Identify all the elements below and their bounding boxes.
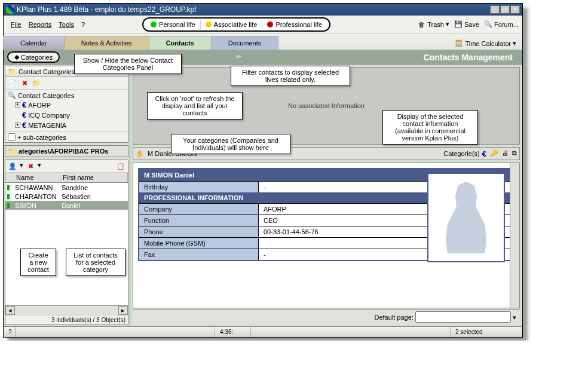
page-title: Contacts Management (424, 53, 519, 62)
contact-photo (427, 173, 505, 262)
app-window: KPlan Plus 1.489 Bêta - emploi du temps2… (3, 3, 523, 338)
label-birthday: Birthday (139, 182, 259, 192)
scroll-right-button[interactable]: ▸ (118, 306, 128, 315)
horizontal-scrollbar[interactable]: ◂ ▸ (5, 305, 128, 315)
print-icon[interactable]: 🖨 (502, 149, 509, 158)
hand-icon[interactable]: ✋ (136, 150, 145, 158)
person-icon: ▮ (7, 192, 14, 200)
label-company: Company (139, 204, 259, 215)
callout-categories: Your categories (Companies and Individua… (171, 134, 290, 154)
body-area: 📁 Contact Categories 📄 ✖ 📁 🔍 Contact Cat… (4, 65, 522, 326)
key-icon[interactable]: 🔑 (490, 149, 498, 158)
menu-file[interactable]: File (7, 20, 25, 29)
search-icon: 🔍 (8, 91, 16, 99)
euro-icon: € (22, 111, 26, 120)
help-button[interactable]: ? (4, 327, 16, 337)
menu-help[interactable]: ? (78, 20, 88, 29)
menubar: File Reports Tools ? Personal life Assoc… (4, 16, 522, 33)
col-name[interactable]: Name (14, 173, 60, 182)
green-dot-icon (151, 22, 157, 27)
tab-contacts[interactable]: Contacts (149, 36, 212, 50)
default-page-input[interactable] (415, 311, 511, 323)
callout-contact-info: Display of the selected contact informat… (382, 110, 478, 145)
callout-categories-toggle: Show / Hide the below Contact Categories… (74, 54, 182, 74)
contacts-list-panel: 👤 ▾ ✖ ▾ 📋 Name First name ▮ SCHAWANN (5, 160, 128, 325)
delete-category-button[interactable]: ✖ (20, 78, 29, 88)
list-row[interactable]: ▮ SCHAWANN Sandrine (5, 183, 128, 192)
list-body: ▮ SCHAWANN Sandrine ▮ CHARANTON Sébastie… (5, 183, 128, 305)
vertical-scrollbar[interactable] (510, 163, 519, 308)
minimize-button[interactable]: _ (490, 5, 500, 14)
categories-panel: 📁 Contact Categories 📄 ✖ 📁 🔍 Contact Cat… (5, 66, 128, 143)
tree-item-metagenia[interactable]: + € METAGENIA (8, 120, 125, 130)
euro-icon: € (22, 100, 26, 109)
window-title: KPlan Plus 1.489 Bêta - emploi du temps2… (17, 5, 490, 14)
callout-contact-list: List of contacts for a selected category (66, 249, 125, 276)
new-contact-button[interactable]: 👤 (8, 161, 17, 171)
label-mobile: Mobile Phone (GSM) (139, 238, 259, 249)
forum-button[interactable]: 🔍Forum... (484, 20, 519, 29)
time-calculator-button[interactable]: 🧮 Time Calculator ▾ (449, 37, 522, 50)
close-button[interactable]: × (510, 5, 520, 14)
life-filter-group: Personal life Associative life Professio… (142, 17, 330, 32)
list-row-selected[interactable]: ▮ SIMON Daniel (5, 201, 128, 210)
titlebar: KPlan Plus 1.489 Bêta - emploi du temps2… (4, 4, 522, 16)
col-firstname[interactable]: First name (60, 173, 128, 182)
categories-toggle-button[interactable]: ◆Categories (7, 51, 60, 63)
tab-calendar[interactable]: Calendar (3, 36, 65, 50)
left-column: 📁 Contact Categories 📄 ✖ 📁 🔍 Contact Cat… (4, 65, 130, 326)
tree-item-aforp[interactable]: + € AFORP (8, 100, 125, 110)
tabbar: Calendar Notes & Activities Contacts Doc… (4, 33, 522, 50)
expand-icon[interactable]: + (15, 122, 20, 128)
tree-root[interactable]: 🔍 Contact Categories (8, 91, 125, 100)
person-icon: ▮ (7, 201, 14, 209)
filter-personal[interactable]: Personal life (146, 20, 201, 29)
save-icon: 💾 (454, 20, 463, 29)
delete-contact-button[interactable]: ✖ (26, 161, 35, 171)
contact-detail-view: M SIMON Daniel Birthday- PROFESSIONAL IN… (133, 163, 520, 308)
calculator-icon: 🧮 (455, 39, 463, 47)
dropdown-icon[interactable]: ▾ (513, 314, 516, 321)
red-dot-icon (267, 22, 273, 27)
yellow-dot-icon (206, 22, 212, 27)
list-status: 3 individuals(s) / 3 Object(s) (5, 315, 128, 324)
maximize-button[interactable]: □ (500, 5, 510, 14)
default-page-row: Default page: ▾ (133, 310, 520, 324)
euro-icon: € (22, 121, 26, 130)
scroll-left-button[interactable]: ◂ (5, 306, 15, 315)
status-time: 4:36: (215, 327, 251, 337)
sub-categories-check[interactable] (8, 133, 16, 141)
menu-tools[interactable]: Tools (55, 20, 78, 29)
tree-item-icq[interactable]: € ICQ Company (8, 110, 125, 120)
list-toolbar: 👤 ▾ ✖ ▾ 📋 (5, 160, 128, 173)
forum-icon: 🔍 (484, 20, 492, 29)
diamond-icon: ◆ (14, 53, 19, 61)
refresh-button[interactable]: 📁 (32, 78, 41, 88)
tab-notes[interactable]: Notes & Activities (64, 36, 149, 50)
list-options-button[interactable]: 📋 (116, 161, 125, 171)
silhouette-icon (439, 182, 493, 253)
save-button[interactable]: 💾Save (454, 20, 479, 29)
filter-professional[interactable]: Professional life (262, 20, 327, 29)
status-selected: 2 selected (451, 327, 522, 337)
pencil-icon[interactable]: ✎ (234, 53, 244, 62)
sub-categories-checkbox[interactable]: + sub-categories (5, 131, 128, 142)
trash-button[interactable]: 🗑Trash▾ (417, 20, 449, 29)
statusbar: ? 4:36: 2 selected (4, 326, 522, 337)
app-icon (6, 5, 14, 14)
filter-associative[interactable]: Associative life (201, 20, 263, 29)
categories-tree: 🔍 Contact Categories + € AFORP € ICQ Com… (5, 90, 128, 131)
folder-icon: 📁 (8, 68, 16, 75)
list-row[interactable]: ▮ CHARANTON Sébastien (5, 192, 128, 201)
tab-documents[interactable]: Documents (211, 36, 279, 50)
new-category-button[interactable]: 📄 (8, 78, 17, 88)
callout-root: Click on 'root' to refresh the display a… (147, 92, 243, 120)
menu-reports[interactable]: Reports (25, 20, 56, 29)
window-icon[interactable]: ⧉ (512, 149, 517, 158)
categories-toolbar: 📄 ✖ 📁 (5, 77, 128, 90)
breadcrumb-path: 📁 ategories\AFORP\BAC PROs (5, 145, 128, 157)
euro-icon[interactable]: € (482, 149, 486, 158)
trash-icon: 🗑 (417, 20, 425, 29)
label-phone: Phone (139, 226, 259, 237)
expand-icon[interactable]: + (15, 102, 20, 108)
